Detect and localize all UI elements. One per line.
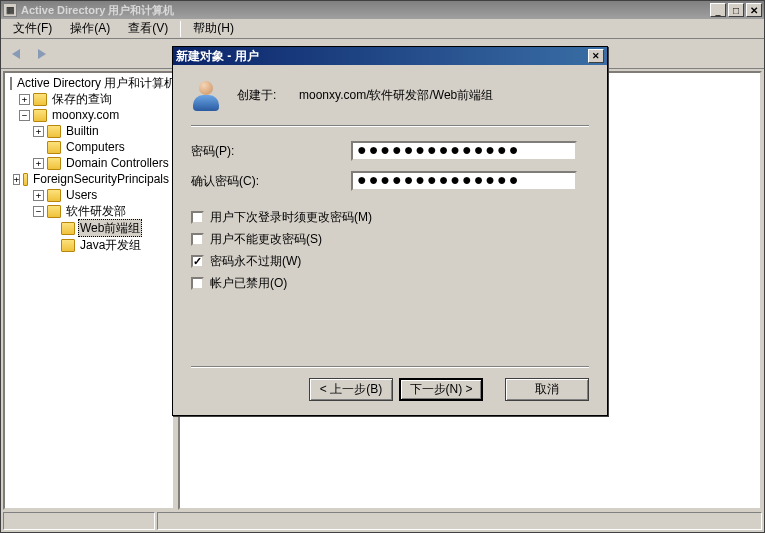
folder-icon xyxy=(47,125,61,138)
ou-icon xyxy=(61,239,75,252)
divider xyxy=(191,366,589,368)
tree-users[interactable]: + Users xyxy=(7,187,171,203)
confirm-password-row: 确认密码(C): ●●●●●●●●●●●●●● xyxy=(191,171,589,191)
expander-icon[interactable]: + xyxy=(13,174,20,185)
account-disabled-checkbox[interactable] xyxy=(191,277,204,290)
back-button[interactable] xyxy=(5,43,27,65)
account-disabled-row[interactable]: 帐户已禁用(O) xyxy=(191,275,589,292)
status-cell-2 xyxy=(157,512,762,530)
tree-pane[interactable]: Active Directory 用户和计算机 + 保存的查询 − moonxy… xyxy=(3,71,175,510)
expander-icon[interactable]: − xyxy=(19,110,30,121)
must-change-password-row[interactable]: 用户下次登录时须更改密码(M) xyxy=(191,209,589,226)
must-change-password-label: 用户下次登录时须更改密码(M) xyxy=(210,209,372,226)
menu-separator xyxy=(180,21,181,37)
tree-dev-dept[interactable]: − 软件研发部 xyxy=(7,203,171,219)
menu-view[interactable]: 查看(V) xyxy=(120,18,176,39)
close-button[interactable]: ✕ xyxy=(746,3,762,17)
account-disabled-label: 帐户已禁用(O) xyxy=(210,275,287,292)
folder-icon xyxy=(23,173,28,186)
password-input[interactable]: ●●●●●●●●●●●●●● xyxy=(351,141,577,161)
dialog-body: 创建于: moonxy.com/软件研发部/Web前端组 密码(P): ●●●●… xyxy=(173,65,607,307)
cancel-button[interactable]: 取消 xyxy=(505,378,589,401)
cannot-change-password-label: 用户不能更改密码(S) xyxy=(210,231,322,248)
never-expires-label: 密码永不过期(W) xyxy=(210,253,301,270)
arrow-left-icon xyxy=(12,49,20,59)
must-change-password-checkbox[interactable] xyxy=(191,211,204,224)
confirm-password-label: 确认密码(C): xyxy=(191,173,351,190)
minimize-button[interactable]: _ xyxy=(710,3,726,17)
dialog-titlebar: 新建对象 - 用户 ✕ xyxy=(173,47,607,65)
user-icon xyxy=(191,79,223,111)
app-icon: ▦ xyxy=(3,3,17,17)
cannot-change-password-checkbox[interactable] xyxy=(191,233,204,246)
cannot-change-password-row[interactable]: 用户不能更改密码(S) xyxy=(191,231,589,248)
password-row: 密码(P): ●●●●●●●●●●●●●● xyxy=(191,141,589,161)
folder-icon xyxy=(47,141,61,154)
menubar: 文件(F) 操作(A) 查看(V) 帮助(H) xyxy=(1,19,764,39)
main-titlebar: ▦ Active Directory 用户和计算机 _ □ ✕ xyxy=(1,1,764,19)
confirm-password-input[interactable]: ●●●●●●●●●●●●●● xyxy=(351,171,577,191)
divider xyxy=(191,125,589,127)
expander-icon[interactable]: + xyxy=(33,190,44,201)
menu-action[interactable]: 操作(A) xyxy=(62,18,118,39)
maximize-button[interactable]: □ xyxy=(728,3,744,17)
tree-web-group[interactable]: Web前端组 xyxy=(7,219,171,237)
statusbar xyxy=(3,512,762,530)
dialog-close-button[interactable]: ✕ xyxy=(588,49,604,63)
menu-file[interactable]: 文件(F) xyxy=(5,18,60,39)
tree-builtin[interactable]: + Builtin xyxy=(7,123,171,139)
never-expires-checkbox[interactable] xyxy=(191,255,204,268)
folder-icon xyxy=(33,93,47,106)
create-in-row: 创建于: moonxy.com/软件研发部/Web前端组 xyxy=(191,79,589,111)
tree-root[interactable]: Active Directory 用户和计算机 xyxy=(7,75,171,91)
folder-icon xyxy=(47,189,61,202)
ou-icon xyxy=(61,222,75,235)
tree-domain-controllers[interactable]: + Domain Controllers xyxy=(7,155,171,171)
app-title: Active Directory 用户和计算机 xyxy=(21,3,174,18)
expander-icon[interactable]: − xyxy=(33,206,44,217)
domain-icon xyxy=(33,109,47,122)
tree-java-group[interactable]: Java开发组 xyxy=(7,237,171,253)
dialog-title: 新建对象 - 用户 xyxy=(176,48,259,65)
folder-icon xyxy=(47,157,61,170)
create-in-path: moonxy.com/软件研发部/Web前端组 xyxy=(299,87,493,104)
tree-domain[interactable]: − moonxy.com xyxy=(7,107,171,123)
next-button[interactable]: 下一步(N) > xyxy=(399,378,483,401)
forward-button[interactable] xyxy=(31,43,53,65)
tree-computers[interactable]: Computers xyxy=(7,139,171,155)
tree: Active Directory 用户和计算机 + 保存的查询 − moonxy… xyxy=(5,73,173,255)
expander-icon[interactable]: + xyxy=(19,94,30,105)
ou-icon xyxy=(47,205,61,218)
create-in-label: 创建于: xyxy=(237,87,299,104)
menu-help[interactable]: 帮助(H) xyxy=(185,18,242,39)
arrow-right-icon xyxy=(38,49,46,59)
never-expires-row[interactable]: 密码永不过期(W) xyxy=(191,253,589,270)
tree-fsp[interactable]: + ForeignSecurityPrincipals xyxy=(7,171,171,187)
back-button[interactable]: < 上一步(B) xyxy=(309,378,393,401)
dialog-button-bar: < 上一步(B) 下一步(N) > 取消 xyxy=(191,362,589,401)
tree-saved-queries[interactable]: + 保存的查询 xyxy=(7,91,171,107)
status-cell-1 xyxy=(3,512,155,530)
new-user-dialog: 新建对象 - 用户 ✕ 创建于: moonxy.com/软件研发部/Web前端组… xyxy=(172,46,608,416)
root-icon xyxy=(10,77,12,90)
expander-icon[interactable]: + xyxy=(33,126,44,137)
password-label: 密码(P): xyxy=(191,143,351,160)
expander-icon[interactable]: + xyxy=(33,158,44,169)
